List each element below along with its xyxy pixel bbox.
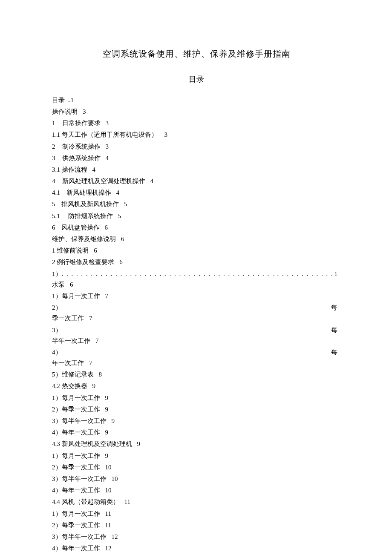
toc-entry: 维护、保养及维修说明6 <box>52 234 341 244</box>
toc-split-row: 3）每 <box>52 325 337 335</box>
toc-entry-text: 风机盘管操作 <box>61 224 100 231</box>
toc-entry: 1）每月一次工作11 <box>52 509 341 519</box>
toc-entry-page: 9 <box>105 452 109 459</box>
toc-entry-right: 每 <box>331 347 337 357</box>
toc-entry: 1.1 每天工作（适用于所有机电设备）3 <box>52 129 341 140</box>
toc-entry-text: 1）每月一次工作 <box>52 394 100 401</box>
toc-entry-right: 每 <box>331 302 337 313</box>
toc-entry-text: 3） <box>52 325 62 335</box>
toc-entry-text: 2 例行维修及检查要求 <box>52 259 114 265</box>
toc-entry-page: 5 <box>124 201 127 207</box>
toc-entry-text: 季一次工作 <box>52 315 84 322</box>
toc-entry-number: 6 <box>52 222 55 233</box>
toc-entry: 2 例行维修及检查要求6 <box>52 257 341 267</box>
table-of-contents: 目录..1操作说明31日常操作要求31.1 每天工作（适用于所有机电设备）32制… <box>52 95 341 553</box>
toc-entry: 5）维修记录表8 <box>52 369 341 380</box>
toc-entry: 3.1 操作流程4 <box>52 164 341 175</box>
toc-entry-text: 4） <box>52 347 62 357</box>
toc-entry-text: 操作说明 <box>52 108 78 115</box>
toc-entry-page: 9 <box>105 394 109 401</box>
toc-entry-text: 4）每年一次工作 <box>52 545 100 552</box>
toc-entry-page: 3 <box>106 120 109 127</box>
toc-entry: 1日常操作要求3 <box>52 118 341 128</box>
toc-entry-text: 维护、保养及维修说明 <box>52 236 116 242</box>
toc-entry-page: 7 <box>89 315 92 322</box>
toc-entry-page: 12 <box>112 533 118 540</box>
toc-entry-text: 2）每季一次工作 <box>52 464 100 471</box>
document-page: 空调系统设备使用、维护、保养及维修手册指南 目录 目录..1操作说明31日常操作… <box>0 0 392 555</box>
toc-entry: 1）每月一次工作7 <box>52 291 341 301</box>
toc-entry-page: 9 <box>92 382 96 389</box>
toc-entry-page: 9 <box>112 417 115 424</box>
toc-entry-number: 4 <box>52 176 55 186</box>
document-title: 空调系统设备使用、维护、保养及维修手册指南 <box>52 47 341 60</box>
toc-entry: 3）每半年一次工作12 <box>52 532 341 542</box>
toc-entry-text: 5.1 防排烟系统操作 <box>52 213 113 219</box>
toc-entry-page: 11 <box>105 522 111 529</box>
toc-entry-number: 5 <box>52 199 55 209</box>
toc-entry-page: 10 <box>105 464 112 471</box>
toc-entry-page: 6 <box>94 247 97 254</box>
toc-entry-text: 1）每月一次工作 <box>52 510 100 517</box>
toc-entry: 1 维修前说明6 <box>52 245 341 256</box>
toc-entry-page: 4 <box>150 178 154 184</box>
toc-split-row: 2）每 <box>52 302 337 313</box>
toc-entry-page: 4 <box>92 166 96 173</box>
toc-entry: 2）每季一次工作11 <box>52 520 341 530</box>
toc-entry-text: 3.1 操作流程 <box>52 166 87 173</box>
toc-entry-text: 4.4 风机（带起动箱类） <box>52 498 119 505</box>
toc-entry-text: 4）每年一次工作 <box>52 487 100 494</box>
toc-entry-page: 9 <box>105 406 109 413</box>
toc-entry-page: 7 <box>95 337 99 344</box>
toc-entry-page: 6 <box>70 281 73 288</box>
toc-entry-text: 4.2 热交换器 <box>52 382 87 389</box>
toc-entry-text: 年一次工作 <box>52 359 84 366</box>
toc-entry-page: 4 <box>106 155 109 161</box>
toc-entry-page: 4 <box>116 189 120 196</box>
toc-entry-page: 7 <box>89 359 92 366</box>
toc-entry-text: 供热系统操作 <box>62 155 101 161</box>
toc-entry: 2制冷系统操作3 <box>52 141 341 152</box>
toc-entry-page: 5 <box>118 213 121 219</box>
toc-entry: 3）每半年一次工作9 <box>52 416 341 426</box>
toc-entry-page: 3 <box>164 131 168 138</box>
toc-entry: 4.4 风机（带起动箱类）11 <box>52 497 341 507</box>
toc-entry-text: 水泵 <box>52 281 65 288</box>
toc-entry-page: 3 <box>83 108 86 115</box>
toc-entry-text: 目录 <box>52 97 65 104</box>
toc-entry-text: 3）每半年一次工作 <box>52 475 107 482</box>
toc-entry-text: 半年一次工作 <box>52 337 90 344</box>
toc-entry-page: 11 <box>105 510 111 517</box>
toc-entry-text: 新风处理机及空调处理机操作 <box>62 178 145 184</box>
toc-entry-number: 2 <box>52 141 55 152</box>
toc-entry: 年一次工作7 <box>52 358 341 368</box>
toc-entry-page: ..1 <box>67 97 74 104</box>
toc-entry-page: 3 <box>106 143 109 150</box>
toc-entry: 1）每月一次工作9 <box>52 393 341 403</box>
toc-entry: 3供热系统操作4 <box>52 153 341 163</box>
toc-entry-page: 6 <box>121 236 124 242</box>
toc-entry-page: 6 <box>119 259 123 265</box>
toc-entry-text: 1）每月一次工作 <box>52 452 100 459</box>
toc-entry-text: 1）每月一次工作 <box>52 293 100 299</box>
toc-entry-text: 4.3 新风处理机及空调处理机 <box>52 440 132 447</box>
toc-entry-text: 2）每季一次工作 <box>52 522 100 529</box>
toc-entry-number: 1 <box>52 118 55 128</box>
toc-entry-page: 7 <box>105 293 109 299</box>
toc-entry-page: 10 <box>112 475 118 482</box>
toc-entry-number: 3 <box>52 153 55 163</box>
toc-entry-right: 每 <box>331 325 337 335</box>
toc-entry: 4新风处理机及空调处理机操作4 <box>52 176 341 186</box>
toc-entry: 季一次工作7 <box>52 313 341 323</box>
toc-entry: 1）. . . . . . . . . . . . . . . . . . . … <box>52 269 341 279</box>
toc-entry: 1）每月一次工作9 <box>52 451 341 461</box>
toc-entry: 4.2 热交换器9 <box>52 381 341 391</box>
toc-entry: 半年一次工作7 <box>52 336 341 346</box>
toc-heading: 目录 <box>52 73 341 86</box>
toc-entry-text: 2） <box>52 302 62 313</box>
toc-entry: 4.3 新风处理机及空调处理机9 <box>52 439 341 449</box>
toc-entry-text: 制冷系统操作 <box>62 143 101 150</box>
toc-entry-text: 1 维修前说明 <box>52 247 89 254</box>
toc-dotted-row: 1）. . . . . . . . . . . . . . . . . . . … <box>52 269 337 279</box>
toc-entry-text: 4.1 新风处理机操作 <box>52 189 111 196</box>
